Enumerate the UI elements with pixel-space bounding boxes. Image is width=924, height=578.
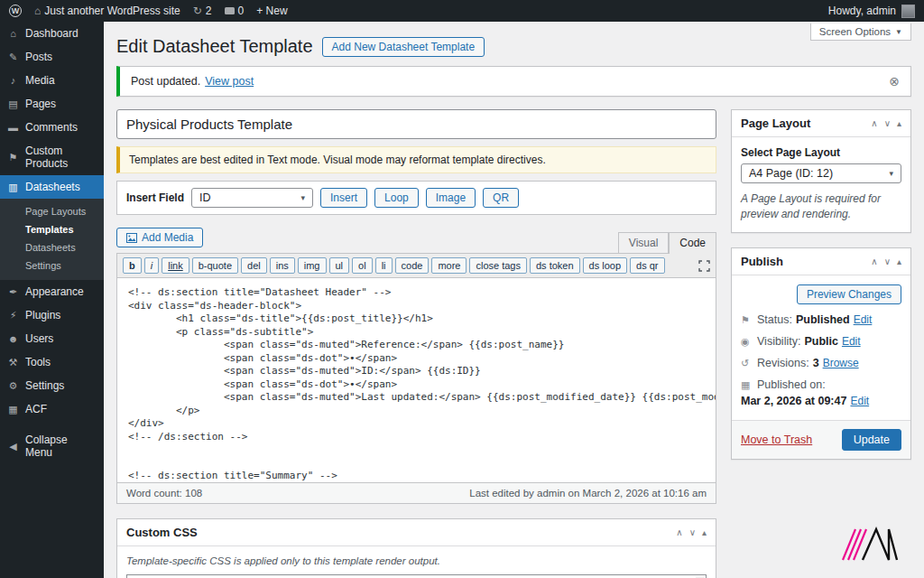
quicktag-img-button[interactable]: img xyxy=(298,257,327,274)
published-on-row: ▦ Published on: Mar 2, 2026 at 09:47 Edi… xyxy=(741,378,901,407)
move-up-icon[interactable]: ∧ xyxy=(871,256,877,266)
sidebar-item-media[interactable]: ♪ Media xyxy=(0,69,104,92)
quicktag-ol-button[interactable]: ol xyxy=(352,257,373,274)
status-value: Published xyxy=(796,313,850,326)
tab-code[interactable]: Code xyxy=(669,232,716,254)
custom-css-header[interactable]: Custom CSS ∧ ∨ ▴ xyxy=(117,519,716,546)
custom-css-metabox: Custom CSS ∧ ∨ ▴ Template-specific CSS i… xyxy=(116,518,716,578)
post-title-input[interactable] xyxy=(116,109,716,139)
loop-button[interactable]: Loop xyxy=(374,188,419,208)
custom-css-description: Template-specific CSS is applied only to… xyxy=(126,555,707,566)
sidebar-item-plugins[interactable]: ⚡ Plugins xyxy=(0,303,104,327)
preview-changes-button[interactable]: Preview Changes xyxy=(797,284,901,304)
published-on-label: Published on: xyxy=(757,378,826,391)
quicktag-ins-button[interactable]: ins xyxy=(270,257,295,274)
quicktag-ds-loop-button[interactable]: ds loop xyxy=(583,257,627,274)
view-post-link[interactable]: View post xyxy=(205,75,254,88)
publish-title: Publish xyxy=(741,255,783,268)
submenu-item-templates[interactable]: Templates xyxy=(0,220,104,238)
edit-published-date-link[interactable]: Edit xyxy=(850,395,869,407)
published-on-value: Mar 2, 2026 at 09:47 xyxy=(741,395,846,407)
quicktag-ul-button[interactable]: ul xyxy=(329,257,350,274)
last-edited-info: Last edited by admin on March 2, 2026 at… xyxy=(469,488,707,499)
tab-visual[interactable]: Visual xyxy=(618,232,669,253)
quicktag-italic-button[interactable]: i xyxy=(144,257,159,274)
sidebar-item-label: ACF xyxy=(25,403,47,415)
quicktag-bold-button[interactable]: b xyxy=(123,257,142,274)
quicktag-more-button[interactable]: more xyxy=(431,257,467,274)
sidebar-item-pages[interactable]: ▤ Pages xyxy=(0,92,104,116)
sidebar-item-settings[interactable]: ⚙ Settings xyxy=(0,374,104,397)
submenu-item-settings[interactable]: Settings xyxy=(0,256,104,275)
custom-css-textarea[interactable]: .ds-title {font-size: 28px; margin: 0 0 … xyxy=(126,574,707,578)
sidebar-item-users[interactable]: ☻ Users xyxy=(0,327,104,350)
page-layout-header[interactable]: Page Layout ∧ ∨ ▴ xyxy=(732,110,910,137)
quicktag-blockquote-button[interactable]: b-quote xyxy=(192,257,238,274)
submenu-item-datasheets[interactable]: Datasheets xyxy=(0,238,104,256)
image-button[interactable]: Image xyxy=(426,188,476,208)
move-up-icon[interactable]: ∧ xyxy=(871,118,877,128)
browse-revisions-link[interactable]: Browse xyxy=(823,357,859,369)
calendar-icon: ▦ xyxy=(741,379,753,391)
quicktag-link-button[interactable]: link xyxy=(162,257,189,274)
user-avatar[interactable] xyxy=(901,5,915,18)
toggle-panel-icon[interactable]: ▴ xyxy=(702,527,707,537)
sidebar-item-tools[interactable]: ⚒ Tools xyxy=(0,350,104,374)
sidebar-item-label: Posts xyxy=(25,51,52,63)
update-button[interactable]: Update xyxy=(842,429,901,451)
move-down-icon[interactable]: ∨ xyxy=(884,118,891,128)
quicktag-del-button[interactable]: del xyxy=(241,257,267,274)
quicktag-close-tags-button[interactable]: close tags xyxy=(469,257,527,274)
page-layout-metabox: Page Layout ∧ ∨ ▴ Select Page Layout A4 … xyxy=(731,109,911,233)
add-new-template-button[interactable]: Add New Datasheet Template xyxy=(322,37,485,57)
qr-button[interactable]: QR xyxy=(483,188,519,208)
sidebar-item-acf[interactable]: ▦ ACF xyxy=(0,397,104,421)
publish-header[interactable]: Publish ∧ ∨ ▴ xyxy=(732,248,910,275)
collapse-menu-button[interactable]: ◀ Collapse Menu xyxy=(0,428,104,464)
sidebar-item-posts[interactable]: ✎ Posts xyxy=(0,45,104,69)
comments-link[interactable]: 0 xyxy=(225,5,245,17)
toggle-panel-icon[interactable]: ▴ xyxy=(897,118,901,128)
dashboard-icon: ⌂ xyxy=(7,28,19,39)
posts-icon: ✎ xyxy=(7,51,19,63)
move-to-trash-link[interactable]: Move to Trash xyxy=(741,434,812,446)
quicktag-ds-qr-button[interactable]: ds qr xyxy=(630,257,664,274)
submenu-item-page-layouts[interactable]: Page Layouts xyxy=(0,202,104,220)
wp-logo-menu[interactable]: W xyxy=(9,5,22,17)
move-up-icon[interactable]: ∧ xyxy=(676,527,682,537)
acf-icon: ▦ xyxy=(7,404,19,415)
template-code-textarea[interactable]: <!-- ds:section title="Datasheet Header"… xyxy=(116,278,716,482)
insert-button[interactable]: Insert xyxy=(320,188,367,208)
sidebar-item-appearance[interactable]: ✒ Appearance xyxy=(0,280,104,303)
dismiss-notice-icon[interactable]: ⊗ xyxy=(889,74,900,89)
updates-link[interactable]: ↻ 2 xyxy=(193,5,212,17)
site-name-link[interactable]: ⌂ Just another WordPress site xyxy=(34,5,180,17)
add-media-button[interactable]: Add Media xyxy=(116,228,203,247)
word-count-label: Word count: xyxy=(126,488,182,499)
quicktag-ds-token-button[interactable]: ds token xyxy=(530,257,580,274)
updates-count: 2 xyxy=(206,5,212,17)
toggle-panel-icon[interactable]: ▴ xyxy=(897,256,901,266)
sidebar-item-label: Users xyxy=(25,332,53,345)
edit-status-link[interactable]: Edit xyxy=(854,313,873,326)
sidebar-item-comments[interactable]: ▬ Comments xyxy=(0,116,104,139)
screen-options-button[interactable]: Screen Options ▼ xyxy=(810,23,911,41)
fullscreen-button[interactable] xyxy=(698,260,710,272)
publish-metabox: Publish ∧ ∨ ▴ Preview Changes ⚑ Status: … xyxy=(731,247,911,460)
sidebar-item-dashboard[interactable]: ⌂ Dashboard xyxy=(0,22,104,45)
quicktag-code-button[interactable]: code xyxy=(395,257,430,274)
page-layout-select[interactable]: A4 Page (ID: 12) ▾ xyxy=(741,163,901,183)
revisions-row: ↺ Revisions: 3 Browse xyxy=(741,357,901,369)
sidebar-item-custom-products[interactable]: ⚑ Custom Products xyxy=(0,139,104,175)
new-content-menu[interactable]: + New xyxy=(256,5,287,17)
quicktag-li-button[interactable]: li xyxy=(375,257,393,274)
move-down-icon[interactable]: ∨ xyxy=(884,256,891,266)
howdy-admin-link[interactable]: Howdy, admin xyxy=(828,5,896,17)
sidebar-item-datasheets[interactable]: ▥ Datasheets xyxy=(0,175,104,199)
visibility-row: ◉ Visibility: Public Edit xyxy=(741,335,901,348)
insert-field-select[interactable]: ID ▾ xyxy=(191,188,313,208)
template-code-content: <!-- ds:section title="Datasheet Header"… xyxy=(128,286,705,482)
insert-field-label: Insert Field xyxy=(126,191,184,204)
edit-visibility-link[interactable]: Edit xyxy=(842,335,861,348)
move-down-icon[interactable]: ∨ xyxy=(689,527,696,537)
